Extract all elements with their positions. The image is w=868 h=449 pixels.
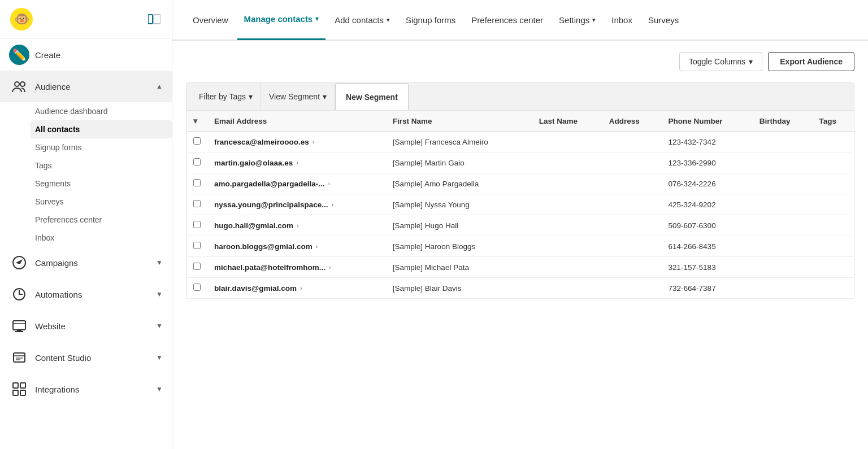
sidebar-item-content-studio[interactable]: Content Studio ▼ [0, 342, 172, 373]
birthday-header: Birthday [753, 111, 813, 132]
email-cell[interactable]: haroon.bloggs@gmial.com › [207, 236, 386, 257]
email-cell[interactable]: martin.gaio@olaaa.es › [207, 152, 386, 173]
top-nav-inbox[interactable]: Inbox [605, 0, 639, 40]
toggle-columns-button[interactable]: Toggle Columns ▾ [679, 52, 762, 71]
address-cell [602, 132, 662, 152]
sidebar-item-audience-dashboard[interactable]: Audience dashboard [35, 102, 172, 120]
svg-rect-2 [148, 15, 153, 24]
top-nav-surveys[interactable]: Surveys [641, 0, 685, 40]
email-cell[interactable]: amo.pargadella@pargadella-... › [207, 173, 386, 194]
top-nav-settings[interactable]: Settings ▾ [552, 0, 602, 40]
row-checkbox[interactable] [193, 221, 201, 228]
row-checkbox[interactable] [193, 137, 201, 145]
mailchimp-logo[interactable]: 🐵 [9, 7, 34, 32]
top-nav-signup-forms[interactable]: Signup forms [399, 0, 462, 40]
sidebar-item-automations-label: Automations [35, 290, 82, 299]
sidebar-item-website-label: Website [35, 321, 66, 331]
table-row: haroon.bloggs@gmial.com › [Sample] Haroo… [186, 236, 854, 257]
view-segment-button[interactable]: View Segment ▾ [261, 83, 335, 110]
sidebar-item-audience[interactable]: Audience ▲ [0, 71, 172, 102]
view-segment-dropdown-icon: ▾ [323, 92, 327, 101]
top-nav-manage-contacts[interactable]: Manage contacts ▾ [237, 0, 326, 40]
row-checkbox-cell[interactable] [186, 278, 208, 299]
top-nav-add-contacts[interactable]: Add contacts ▾ [328, 0, 397, 40]
sidebar-item-all-contacts[interactable]: All contacts [31, 120, 172, 138]
tags-header: Tags [813, 111, 854, 132]
email-cell[interactable]: hugo.hall@gmial.com › [207, 215, 386, 236]
filter-by-tags-button[interactable]: Filter by Tags ▾ [191, 83, 261, 110]
sidebar-item-content-studio-label: Content Studio [35, 353, 91, 363]
row-checkbox-cell[interactable] [186, 194, 208, 215]
sidebar-item-integrations[interactable]: Integrations ▼ [0, 373, 172, 405]
row-checkbox-cell[interactable] [186, 173, 208, 194]
svg-rect-16 [13, 383, 18, 388]
sidebar-item-campaigns-label: Campaigns [35, 258, 78, 268]
top-nav-overview[interactable]: Overview [186, 0, 235, 40]
website-icon [9, 316, 29, 336]
top-navigation: Overview Manage contacts ▾ Add contacts … [172, 0, 868, 41]
row-checkbox[interactable] [193, 263, 201, 270]
tags-cell [813, 236, 854, 257]
tags-cell [813, 132, 854, 152]
email-value: martin.gaio@olaaa.es [214, 159, 293, 167]
birthday-cell [753, 173, 813, 194]
campaigns-icon [9, 252, 29, 273]
email-value: nyssa.young@principalspace... [214, 200, 328, 209]
toggle-columns-dropdown-icon: ▾ [749, 57, 753, 66]
phone-cell: 123-432-7342 [662, 132, 753, 152]
row-checkbox[interactable] [193, 158, 201, 165]
row-checkbox-cell[interactable] [186, 215, 208, 236]
sidebar-item-surveys[interactable]: Surveys [35, 193, 172, 211]
phone-cell: 614-266-8435 [662, 236, 753, 257]
export-audience-button[interactable]: Export Audience [768, 52, 854, 71]
first-name-cell: [Sample] Amo Pargadella [386, 173, 532, 194]
email-arrow-icon: › [313, 138, 315, 145]
row-checkbox[interactable] [193, 242, 201, 249]
sidebar-item-segments[interactable]: Segments [35, 175, 172, 193]
email-value: michael.pata@hotelfromhom... [214, 263, 326, 272]
birthday-cell [753, 257, 813, 278]
manage-contacts-dropdown-icon: ▾ [315, 15, 319, 23]
sidebar-item-integrations-label: Integrations [35, 385, 79, 394]
sidebar-item-automations[interactable]: Automations ▼ [0, 278, 172, 310]
sidebar-item-tags[interactable]: Tags [35, 156, 172, 175]
email-cell[interactable]: nyssa.young@principalspace... › [207, 194, 386, 215]
email-arrow-icon: › [296, 159, 298, 166]
select-all-header: ▾ [186, 111, 208, 132]
tags-cell [813, 152, 854, 173]
table-header-row: ▾ Email Address First Name Last Name Add… [186, 111, 854, 132]
email-cell[interactable]: michael.pata@hotelfromhom... › [207, 257, 386, 278]
table-row: michael.pata@hotelfromhom... › [Sample] … [186, 257, 854, 278]
email-cell[interactable]: francesca@almeiroooo.es › [207, 132, 386, 152]
sidebar: 🐵 ✏️ Create Audience ▲ Audience dashboar… [0, 0, 172, 449]
new-segment-button[interactable]: New Segment [335, 83, 409, 110]
sidebar-item-signup-forms[interactable]: Signup forms [35, 138, 172, 156]
row-checkbox[interactable] [193, 284, 201, 291]
last-name-cell [532, 215, 602, 236]
sidebar-item-preferences-center[interactable]: Preferences center [35, 211, 172, 229]
row-checkbox-cell[interactable] [186, 132, 208, 152]
email-arrow-icon: › [316, 243, 318, 250]
sort-icon[interactable]: ▾ [193, 117, 197, 125]
email-arrow-icon: › [328, 180, 330, 187]
first-name-cell: [Sample] Michael Pata [386, 257, 532, 278]
email-cell[interactable]: blair.davis@gmial.com › [207, 278, 386, 299]
table-row: francesca@almeiroooo.es › [Sample] Franc… [186, 132, 854, 152]
email-value: hugo.hall@gmial.com [214, 221, 293, 230]
email-arrow-icon: › [331, 201, 333, 208]
row-checkbox[interactable] [193, 179, 201, 186]
top-nav-preferences-center[interactable]: Preferences center [465, 0, 550, 40]
birthday-cell [753, 236, 813, 257]
row-checkbox-cell[interactable] [186, 257, 208, 278]
sidebar-top: 🐵 [0, 0, 172, 39]
sidebar-item-create-label: Create [35, 50, 60, 60]
sidebar-item-website[interactable]: Website ▼ [0, 310, 172, 342]
sidebar-item-campaigns[interactable]: Campaigns ▼ [0, 247, 172, 278]
sidebar-item-create[interactable]: ✏️ Create [0, 39, 172, 71]
panel-toggle-icon[interactable] [146, 11, 163, 28]
row-checkbox-cell[interactable] [186, 152, 208, 173]
row-checkbox-cell[interactable] [186, 236, 208, 257]
segment-bar: Filter by Tags ▾ View Segment ▾ New Segm… [186, 82, 854, 110]
row-checkbox[interactable] [193, 200, 201, 207]
sidebar-item-inbox[interactable]: Inbox [35, 229, 172, 247]
